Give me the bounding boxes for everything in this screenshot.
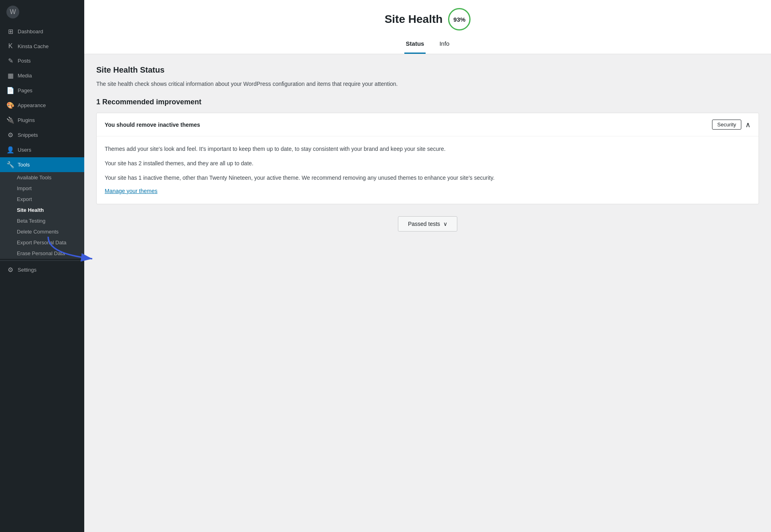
sub-item-beta-testing[interactable]: Beta Testing (0, 215, 84, 226)
sidebar-item-dashboard[interactable]: ⊞ Dashboard (0, 24, 84, 39)
sidebar: W ⊞ Dashboard K Kinsta Cache ✎ Posts ▦ M… (0, 0, 84, 532)
sub-item-export-personal-data[interactable]: Export Personal Data (0, 237, 84, 248)
page-title: Site Health (385, 13, 443, 26)
sidebar-item-label: Tools (18, 162, 30, 168)
passed-tests-bar: Passed tests ∨ (96, 216, 759, 231)
sidebar-item-users[interactable]: 👤 Users (0, 142, 84, 157)
issue-card-header: You should remove inactive themes Securi… (97, 113, 759, 136)
sidebar-logo: W (0, 0, 84, 24)
posts-icon: ✎ (6, 57, 14, 65)
tools-sub-menu: Available Tools Import Export Site Healt… (0, 172, 84, 259)
sub-item-erase-personal-data[interactable]: Erase Personal Data (0, 248, 84, 259)
sidebar-item-settings[interactable]: ⚙ Settings (0, 262, 84, 277)
sidebar-item-media[interactable]: ▦ Media (0, 68, 84, 83)
collapse-chevron-icon[interactable]: ∧ (745, 120, 751, 129)
section-title: Site Health Status (96, 65, 759, 75)
sidebar-item-plugins[interactable]: 🔌 Plugins (0, 113, 84, 128)
sidebar-item-label: Plugins (18, 117, 35, 123)
sub-item-available-tools[interactable]: Available Tools (0, 172, 84, 183)
sub-item-export[interactable]: Export (0, 194, 84, 205)
appearance-icon: 🎨 (6, 102, 14, 109)
content-header: Site Health 93% Status Info (84, 0, 771, 54)
kinsta-icon: K (6, 43, 14, 50)
wp-logo-icon: W (6, 6, 19, 18)
sidebar-item-label: Dashboard (18, 28, 43, 35)
issue-card-body: Themes add your site's look and feel. It… (97, 136, 759, 203)
settings-icon: ⚙ (6, 266, 14, 274)
sub-item-import[interactable]: Import (0, 183, 84, 194)
tab-info[interactable]: Info (438, 37, 451, 54)
description-text: The site health check shows critical inf… (96, 79, 759, 88)
tools-icon: 🔧 (6, 161, 14, 169)
users-icon: 👤 (6, 146, 14, 154)
issue-body-text-3: Your site has 1 inactive theme, other th… (105, 173, 751, 183)
issue-card: You should remove inactive themes Securi… (96, 113, 759, 204)
security-badge: Security (712, 120, 741, 130)
dashboard-icon: ⊞ (6, 28, 14, 35)
issue-body-text-2: Your site has 2 installed themes, and th… (105, 159, 751, 169)
page-title-area: Site Health 93% (385, 8, 471, 30)
sidebar-item-appearance[interactable]: 🎨 Appearance (0, 98, 84, 113)
sidebar-item-label: Snippets (18, 132, 38, 138)
issue-body-text-1: Themes add your site's look and feel. It… (105, 144, 751, 154)
plugins-icon: 🔌 (6, 116, 14, 124)
main-content: Site Health 93% Status Info Site Health … (84, 0, 771, 532)
passed-tests-label: Passed tests (408, 221, 440, 227)
sidebar-item-pages[interactable]: 📄 Pages (0, 83, 84, 98)
tabs-nav: Status Info (404, 37, 451, 54)
manage-themes-link[interactable]: Manage your themes (105, 188, 158, 194)
media-icon: ▦ (6, 72, 14, 79)
chevron-down-icon: ∨ (443, 221, 447, 227)
snippets-icon: ⚙ (6, 131, 14, 139)
tab-status[interactable]: Status (404, 37, 426, 54)
sidebar-item-label: Appearance (18, 102, 46, 108)
issue-header-right: Security ∧ (712, 120, 751, 130)
improvement-heading: 1 Recommended improvement (96, 98, 759, 106)
sidebar-item-posts[interactable]: ✎ Posts (0, 53, 84, 68)
sidebar-item-kinsta-cache[interactable]: K Kinsta Cache (0, 39, 84, 53)
sidebar-item-label: Pages (18, 87, 32, 93)
sub-item-site-health[interactable]: Site Health (0, 205, 84, 215)
content-body: Site Health Status The site health check… (84, 54, 771, 251)
health-score-circle: 93% (448, 8, 471, 30)
sidebar-item-label: Kinsta Cache (18, 43, 49, 49)
sidebar-item-label: Users (18, 147, 31, 153)
sidebar-item-snippets[interactable]: ⚙ Snippets (0, 128, 84, 142)
sidebar-item-label: Media (18, 73, 32, 79)
sidebar-item-label: Posts (18, 58, 31, 64)
sidebar-item-tools[interactable]: 🔧 Tools (0, 157, 84, 172)
sidebar-separator (0, 260, 84, 261)
passed-tests-button[interactable]: Passed tests ∨ (398, 216, 457, 231)
health-score-value: 93% (453, 16, 465, 23)
issue-title: You should remove inactive themes (105, 122, 200, 128)
sub-item-delete-comments[interactable]: Delete Comments (0, 226, 84, 237)
sidebar-item-label: Settings (18, 267, 37, 273)
pages-icon: 📄 (6, 87, 14, 94)
